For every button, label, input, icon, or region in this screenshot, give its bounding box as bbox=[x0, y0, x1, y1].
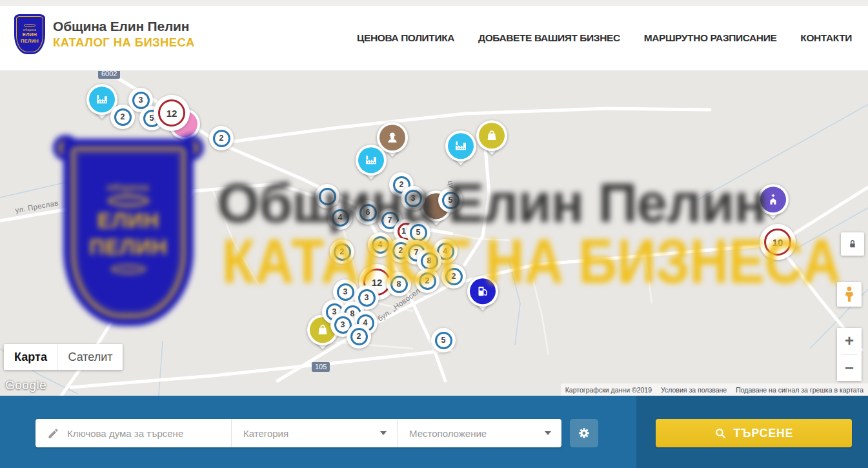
nav-item-1[interactable]: ДОБАВЕТЕ ВАШИЯТ БИЗНЕС bbox=[478, 32, 620, 44]
church-icon bbox=[760, 187, 786, 212]
pegman-icon bbox=[842, 286, 856, 303]
keyword-input[interactable] bbox=[67, 428, 222, 439]
search-submit-label: ТЪРСЕНЕ bbox=[734, 427, 794, 440]
cluster-marker[interactable]: 3 bbox=[401, 186, 425, 210]
search-box: Категория Местоположение bbox=[35, 419, 561, 447]
cluster-count: 2 bbox=[445, 268, 463, 285]
cluster-marker[interactable]: 2 bbox=[415, 269, 439, 293]
site-logo[interactable]: община ЕЛИН ПЕЛИН Община Елин Пелин КАТА… bbox=[14, 14, 195, 54]
map-type-satellite-button[interactable]: Сателит bbox=[57, 344, 123, 370]
cluster-count: 4 bbox=[332, 209, 349, 227]
site-title: Община Елин Пелин bbox=[53, 19, 195, 34]
factory-icon bbox=[358, 147, 384, 173]
nav-item-3[interactable]: КОНТАКТИ bbox=[800, 32, 852, 44]
attribution-link-2[interactable]: Подаване на сигнал за грешка в картата bbox=[731, 386, 868, 394]
cluster-marker[interactable]: 6 bbox=[356, 200, 380, 225]
cluster-count: 3 bbox=[405, 190, 422, 207]
attribution-link-1[interactable]: Условия за ползване bbox=[656, 386, 731, 394]
cluster-marker[interactable]: 4 bbox=[328, 205, 352, 230]
cluster-count: 8 bbox=[390, 276, 408, 293]
search-submit-button[interactable]: ТЪРСЕНЕ bbox=[656, 419, 852, 447]
cluster-count: 4 bbox=[372, 236, 389, 254]
cluster-count: 2 bbox=[334, 243, 351, 261]
cluster-count: 3 bbox=[358, 289, 376, 307]
pencil-icon bbox=[47, 427, 59, 440]
cluster-marker[interactable]: 5 bbox=[438, 188, 463, 212]
location-select[interactable]: Местоположение bbox=[398, 419, 561, 447]
fuel-pin-marker[interactable] bbox=[467, 276, 498, 316]
fuel-icon bbox=[470, 278, 496, 304]
lock-button[interactable] bbox=[841, 232, 864, 256]
page: община ЕЛИН ПЕЛИН Община Елин Пелин КАТА… bbox=[0, 0, 868, 468]
cluster-count: 2 bbox=[213, 130, 230, 147]
category-select[interactable]: Категория bbox=[232, 419, 398, 447]
zoom-out-button[interactable]: − bbox=[837, 355, 862, 382]
chevron-down-icon bbox=[380, 431, 387, 435]
cluster-count: 5 bbox=[410, 224, 427, 241]
top-strip bbox=[0, 0, 868, 6]
map-attribution: Картографски данни ©2019Условия за ползв… bbox=[561, 383, 868, 396]
search-icon bbox=[714, 427, 727, 440]
cluster-count: 6 bbox=[359, 204, 377, 221]
gear-icon bbox=[577, 426, 591, 440]
cluster-marker[interactable]: 10 bbox=[760, 224, 796, 260]
crest-name-line2: ПЕЛИН bbox=[21, 39, 39, 45]
crest-name-line1: ЕЛИН bbox=[23, 32, 37, 38]
map-type-map-button[interactable]: Карта bbox=[4, 344, 57, 370]
markers-layer: 325122235647135424278221283338432510 bbox=[0, 71, 868, 396]
cluster-marker[interactable]: 2 bbox=[110, 105, 135, 129]
cluster-marker[interactable]: 2 bbox=[441, 264, 466, 289]
attribution-text: Картографски данни ©2019 bbox=[561, 386, 656, 394]
cluster-marker[interactable]: 2 bbox=[330, 239, 354, 264]
church-pin-marker[interactable] bbox=[758, 184, 789, 224]
cluster-count: 12 bbox=[158, 99, 185, 127]
cluster-marker[interactable] bbox=[315, 184, 339, 209]
lock-icon bbox=[847, 238, 858, 250]
cluster-marker[interactable]: 8 bbox=[387, 272, 411, 296]
location-select-label: Местоположение bbox=[409, 428, 487, 439]
cluster-count: 2 bbox=[114, 108, 132, 126]
cluster-count: 5 bbox=[435, 332, 452, 349]
cluster-count: 2 bbox=[350, 328, 368, 345]
chevron-down-icon bbox=[545, 431, 551, 435]
pin-bubble bbox=[476, 120, 507, 151]
map-canvas[interactable]: 6002105 ул. Преславциибул. „Новосел 3251… bbox=[0, 71, 868, 396]
cluster-count: 8 bbox=[421, 252, 438, 270]
zoom-in-button[interactable]: + bbox=[837, 328, 862, 354]
cluster-marker[interactable]: 2 bbox=[209, 126, 234, 150]
pin-bubble bbox=[445, 130, 476, 161]
factory-icon bbox=[448, 133, 474, 159]
pin-bubble bbox=[467, 276, 498, 307]
map-type-control: Карта Сателит bbox=[4, 344, 123, 370]
google-logo[interactable]: Google bbox=[5, 378, 46, 392]
pin-bubble bbox=[758, 184, 789, 215]
keyword-section bbox=[35, 419, 232, 447]
cluster-count: 5 bbox=[442, 192, 459, 209]
search-bar: Категория Местоположение ТЪРСЕНЕ bbox=[0, 396, 868, 468]
cluster-marker[interactable]: 5 bbox=[431, 328, 456, 352]
advanced-search-button[interactable] bbox=[570, 419, 598, 447]
brand-text: Община Елин Пелин КАТАЛОГ НА БИЗНЕСА bbox=[53, 19, 195, 50]
pegman-button[interactable] bbox=[837, 282, 862, 307]
category-select-label: Категория bbox=[243, 428, 288, 439]
zoom-control: + − bbox=[837, 328, 862, 381]
bag-icon bbox=[479, 123, 505, 148]
factory-icon bbox=[89, 86, 115, 112]
main-nav: ЦЕНОВА ПОЛИТИКАДОБАВЕТЕ ВАШИЯТ БИЗНЕСМАР… bbox=[357, 6, 852, 70]
factory-pin-marker[interactable] bbox=[445, 130, 476, 170]
crest-ornament bbox=[24, 24, 35, 27]
header: община ЕЛИН ПЕЛИН Община Елин Пелин КАТА… bbox=[0, 6, 868, 71]
site-subtitle: КАТАЛОГ НА БИЗНЕСА bbox=[53, 36, 195, 50]
cluster-marker[interactable]: 12 bbox=[154, 95, 190, 131]
nav-item-0[interactable]: ЦЕНОВА ПОЛИТИКА bbox=[357, 32, 454, 44]
cluster-count: 3 bbox=[337, 283, 354, 301]
nav-item-2[interactable]: МАРШРУТНО РАЗПИСАНИЕ bbox=[644, 32, 777, 44]
factory-pin-marker[interactable] bbox=[356, 145, 387, 185]
bag-pin-marker[interactable] bbox=[476, 120, 507, 160]
cluster-count bbox=[319, 188, 336, 205]
crest-small-text: община bbox=[23, 28, 37, 32]
cluster-marker[interactable]: 2 bbox=[347, 324, 371, 349]
cluster-count: 2 bbox=[419, 272, 436, 290]
pin-bubble bbox=[356, 145, 387, 176]
municipality-crest-logo: община ЕЛИН ПЕЛИН bbox=[14, 14, 45, 54]
